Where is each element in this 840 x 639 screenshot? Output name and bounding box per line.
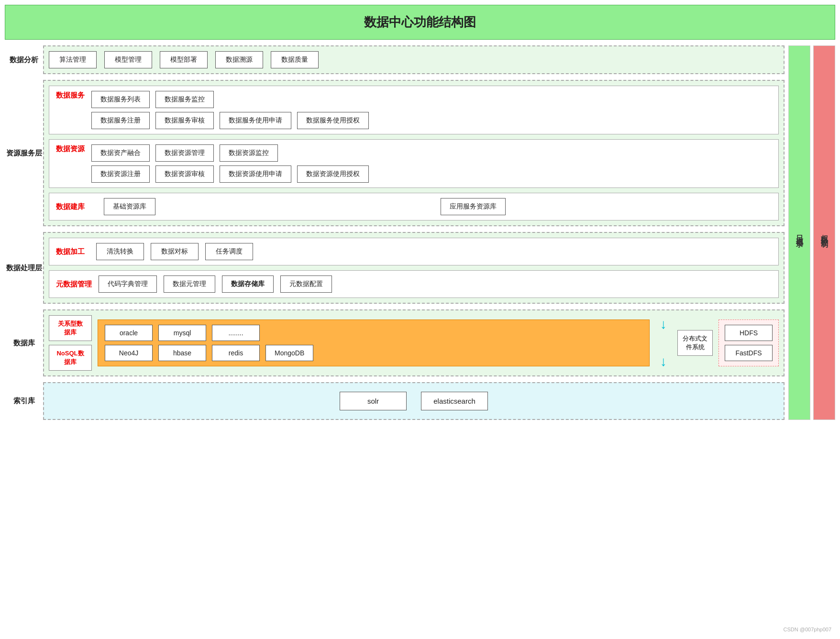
hdfs-box: HDFS [725, 325, 773, 341]
meta-element: 数据元管理 [164, 275, 215, 293]
analysis-box: 算法管理 模型管理 模型部署 数据溯源 数据质量 [43, 45, 785, 74]
nosql-box: NoSQL数据库 [49, 345, 92, 371]
arrow-down-left: ↓ [655, 317, 672, 332]
lib-basic: 基础资源库 [104, 198, 155, 215]
ds-list: 数据服务列表 [91, 91, 150, 108]
relational-label: 关系型数据库 [58, 320, 83, 337]
log-bar: 日志记录 [788, 45, 810, 420]
analysis-items: 算法管理 模型管理 模型部署 数据溯源 数据质量 [49, 51, 779, 68]
db-redis: redis [212, 345, 260, 361]
meta-storage: 数据存储库 [222, 275, 274, 293]
dp-clean: 清洗转换 [96, 243, 144, 260]
item-bushu: 模型部署 [160, 51, 208, 68]
analysis-section-row: 数据分析 算法管理 模型管理 模型部署 数据溯源 数据质量 [5, 45, 785, 74]
page-title: 数据中心功能结构图 [5, 5, 835, 40]
ds-auth: 数据服务使用授权 [297, 112, 369, 129]
processing-box: 数据加工 清洗转换 数据对标 任务调度 元数据管理 代码字典管理 数据元管理 数… [43, 232, 785, 304]
data-service-row2: 数据服务注册 数据服务审核 数据服务使用申请 数据服务使用授权 [91, 112, 369, 129]
lib-app: 应用服务资源库 [441, 198, 506, 215]
data-processing-inner-label: 数据加工 [56, 247, 89, 256]
database-box: 关系型数据库 NoSQL数据库 oracle mysql ........ Ne… [43, 309, 785, 376]
data-resource-sub: 数据资源 数据资产融合 数据资源管理 数据资源监控 数据资源注册 数据资源审核 [49, 139, 779, 188]
index-section-row: 索引库 solr elasticsearch [5, 382, 785, 420]
meta-code: 代码字典管理 [99, 275, 157, 293]
dr-monitor: 数据资源监控 [220, 144, 278, 162]
metadata-sub: 元数据管理 代码字典管理 数据元管理 数据存储库 元数据配置 [49, 270, 779, 298]
db-neo4j: Neo4J [105, 345, 153, 361]
permission-bar: 权限控制 [813, 45, 835, 420]
data-library-label: 数据建库 [56, 202, 85, 211]
data-resource-row2: 数据资源注册 数据资源审核 数据资源使用申请 数据资源使用授权 [91, 165, 369, 183]
item-zhiliang: 数据质量 [271, 51, 319, 68]
processing-label: 数据处理层 [5, 232, 43, 304]
database-label: 数据库 [5, 309, 43, 376]
data-service-sub: 数据服务 数据服务列表 数据服务监控 数据服务注册 数据服务审核 数据服务使用申… [49, 86, 779, 134]
data-library-sub: 数据建库 基础资源库 应用服务资源库 [49, 193, 779, 220]
db-mysql: mysql [158, 325, 206, 341]
database-section-row: 数据库 关系型数据库 NoSQL数据库 oracle mysql [5, 309, 785, 376]
hdfs-area: HDFS FastDFS [718, 320, 779, 366]
resource-section-row: 资源服务层 数据服务 数据服务列表 数据服务监控 [5, 80, 785, 226]
processing-section-row: 数据处理层 数据加工 清洗转换 数据对标 任务调度 [5, 232, 785, 304]
arrow-down-right: ↓ [655, 354, 672, 369]
item-suanfa: 算法管理 [49, 51, 97, 68]
db-mongodb: MongoDB [265, 345, 313, 361]
ds-monitor: 数据服务监控 [155, 91, 214, 108]
data-resource-rows: 数据资产融合 数据资源管理 数据资源监控 数据资源注册 数据资源审核 数据资源使… [91, 144, 369, 183]
solr-box: solr [340, 392, 407, 410]
watermark: CSDN @007php007 [784, 627, 831, 632]
analysis-label: 数据分析 [5, 45, 43, 74]
data-processing-sub: 数据加工 清洗转换 数据对标 任务调度 [49, 238, 779, 265]
ds-register: 数据服务注册 [91, 112, 150, 129]
db-dots: ........ [212, 325, 260, 341]
elasticsearch-box: elasticsearch [421, 392, 488, 410]
relational-db-box: 关系型数据库 [49, 315, 92, 341]
data-service-rows: 数据服务列表 数据服务监控 数据服务注册 数据服务审核 数据服务使用申请 数据服… [91, 91, 369, 129]
meta-config: 元数据配置 [280, 275, 332, 293]
resource-label: 资源服务层 [5, 80, 43, 226]
data-service-label: 数据服务 [56, 91, 85, 100]
dr-apply: 数据资源使用申请 [220, 165, 291, 183]
data-service-row1: 数据服务列表 数据服务监控 [91, 91, 369, 108]
distributed-fs-box: 分布式文件系统 [677, 330, 713, 356]
dr-register: 数据资源注册 [91, 165, 150, 183]
ds-apply: 数据服务使用申请 [220, 112, 291, 129]
main-container: 数据中心功能结构图 数据分析 算法管理 模型管理 模型部署 数据溯源 数据质量 [0, 0, 840, 639]
dr-auth: 数据资源使用授权 [297, 165, 369, 183]
item-moxing: 模型管理 [104, 51, 152, 68]
data-resource-label: 数据资源 [56, 144, 85, 154]
index-box: solr elasticsearch [43, 382, 785, 420]
dp-align: 数据对标 [151, 243, 199, 260]
fastdfs-box: FastDFS [725, 345, 773, 361]
dr-audit: 数据资源审核 [155, 165, 214, 183]
db-hbase: hbase [158, 345, 206, 361]
metadata-label: 元数据管理 [56, 280, 92, 289]
dr-fusion: 数据资产融合 [91, 144, 150, 162]
orange-row2: Neo4J hbase redis MongoDB [105, 345, 642, 361]
resource-box: 数据服务 数据服务列表 数据服务监控 数据服务注册 数据服务审核 数据服务使用申… [43, 80, 785, 226]
index-label: 索引库 [5, 382, 43, 420]
orange-db-area: oracle mysql ........ Neo4J hbase redis … [98, 320, 650, 366]
dp-schedule: 任务调度 [205, 243, 253, 260]
item-suyuan: 数据溯源 [215, 51, 263, 68]
data-resource-row1: 数据资产融合 数据资源管理 数据资源监控 [91, 144, 369, 162]
db-oracle: oracle [105, 325, 153, 341]
orange-row1: oracle mysql ........ [105, 325, 642, 341]
dr-mgmt: 数据资源管理 [155, 144, 214, 162]
ds-audit: 数据服务审核 [155, 112, 214, 129]
